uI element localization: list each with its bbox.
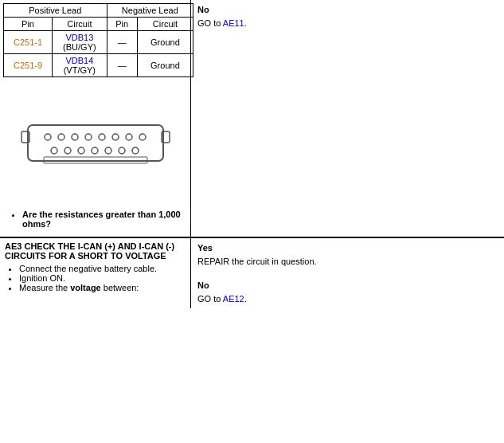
yes-answer: Yes REPAIR the circuit in question. [197,241,498,268]
top-section: Positive Lead Negative Lead Pin Circuit … [0,0,504,237]
circuit-code-2: (VT/GY) [64,65,96,75]
bottom-bullet-list: Connect the negative battery cable. Igni… [5,264,186,292]
question-item: Are the resistances greater than 1,000 o… [22,210,184,229]
circuit-code-1: (BU/GY) [63,42,96,52]
connector-svg [20,109,171,173]
ae11-link[interactable]: AE11 [223,18,244,28]
lead-table: Positive Lead Negative Lead Pin Circuit … [3,3,193,77]
svg-point-5 [72,134,78,140]
svg-point-17 [132,147,139,154]
voltage-bold: voltage [70,283,101,292]
bottom-right-panel: Yes REPAIR the circuit in question. No G… [191,238,504,308]
pin-header-2: Pin [107,18,137,31]
circuit-header-2: Circuit [137,18,193,31]
question-list: Are the resistances greater than 1,000 o… [6,210,184,229]
question-section: Are the resistances greater than 1,000 o… [0,205,190,237]
svg-point-4 [58,134,64,140]
pos-pin-1: C251-1 [4,31,53,54]
go-to-text-bottom: GO to [197,294,223,304]
yes-text: REPAIR the circuit in question. [197,257,317,266]
bottom-left-panel: AE3 CHECK THE I-CAN (+) AND I-CAN (-) CI… [0,238,191,308]
pin-header-1: Pin [4,18,53,31]
svg-point-10 [139,134,146,140]
svg-point-3 [45,134,51,140]
svg-point-8 [112,134,119,140]
svg-point-15 [105,147,111,154]
bullet-text-2: Ignition ON. [19,273,65,283]
bullet-item-1: Connect the negative battery cable. [19,264,186,273]
bullet-item-3: Measure the voltage between: [19,283,186,292]
pos-circuit-2: VDB14 (VT/GY) [53,54,107,77]
bullet-item-2: Ignition ON. [19,273,186,283]
pos-circuit-1: VDB13 (BU/GY) [53,31,107,54]
positive-lead-header: Positive Lead [4,4,107,18]
answer-no-section: No GO to AE11. [197,3,498,29]
right-panel-top: No GO to AE11. [191,0,504,237]
svg-point-16 [119,147,125,154]
svg-point-12 [64,147,71,154]
circuit-name-1: VDB13 [65,33,93,42]
left-panel-top: Positive Lead Negative Lead Pin Circuit … [0,0,191,237]
svg-point-11 [51,147,57,154]
yes-label: Yes [197,243,213,253]
pos-pin-2: C251-9 [4,54,53,77]
question-text: Are the resistances greater than 1,000 o… [22,210,181,229]
bottom-section: AE3 CHECK THE I-CAN (+) AND I-CAN (-) CI… [0,237,504,308]
neg-circuit-1: Ground [137,31,193,54]
neg-pin-1: — [107,31,137,54]
no-label: No [197,5,209,14]
svg-point-7 [99,134,105,140]
table-row: C251-9 VDB14 (VT/GY) — Ground [4,54,193,77]
svg-point-14 [92,147,98,154]
svg-point-9 [126,134,132,140]
connector-diagram [0,85,190,197]
svg-rect-0 [28,125,163,161]
svg-point-6 [85,134,92,140]
table-row: C251-1 VDB13 (BU/GY) — Ground [4,31,193,54]
no-label-bottom: No [197,280,209,290]
ae12-link[interactable]: AE12 [223,294,244,304]
no-answer-bottom: No GO to AE12. [197,279,498,305]
go-to-text: GO to [197,18,223,28]
svg-point-13 [78,147,84,154]
bullet-text-1: Connect the negative battery cable. [19,264,157,273]
ae3-header: AE3 CHECK THE I-CAN (+) AND I-CAN (-) CI… [5,241,186,261]
neg-circuit-2: Ground [137,54,193,77]
circuit-header-1: Circuit [53,18,107,31]
negative-lead-header: Negative Lead [107,4,193,18]
neg-pin-2: — [107,54,137,77]
circuit-name-2: VDB14 [65,56,93,65]
